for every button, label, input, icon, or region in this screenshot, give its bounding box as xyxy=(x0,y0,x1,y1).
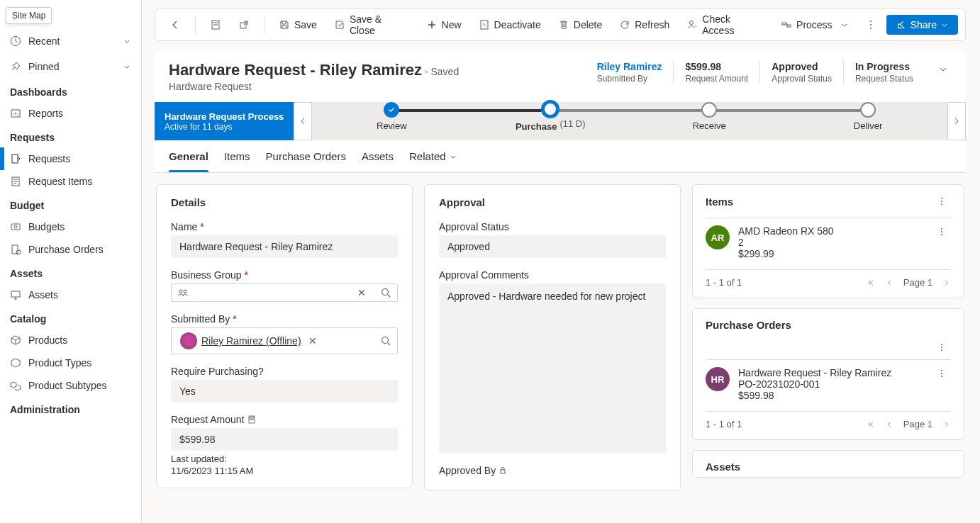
panel-title: Approval xyxy=(439,196,666,208)
more-button[interactable] xyxy=(932,195,951,208)
sidebar-item-assets[interactable]: Assets xyxy=(0,283,141,306)
pager-next-icon[interactable] xyxy=(942,279,951,287)
section-administration: Administration xyxy=(0,397,141,420)
submitted-by-value[interactable]: Riley Ramirez (Offline) xyxy=(201,335,301,347)
new-button[interactable]: New xyxy=(419,15,469,35)
svg-rect-6 xyxy=(12,245,18,254)
tab-items[interactable]: Items xyxy=(224,140,250,172)
clear-icon[interactable]: ✕ xyxy=(308,335,317,347)
pager-prev-icon[interactable] xyxy=(885,279,893,287)
sidebar-item-product-types[interactable]: Product Types xyxy=(0,352,141,374)
header-expand-button[interactable] xyxy=(935,61,952,78)
po-icon xyxy=(10,244,21,255)
approval-status-field[interactable]: Approved xyxy=(439,235,666,258)
name-field[interactable]: Hardware Request - Riley Ramirez xyxy=(171,235,398,258)
sidebar-item-budgets[interactable]: Budgets xyxy=(0,215,141,238)
cmd-label: Process xyxy=(796,19,833,30)
process-stages: Review Purchase(11 D) Receive Deliver xyxy=(312,102,947,140)
stage-receive[interactable]: Receive xyxy=(630,112,789,131)
tab-label: General xyxy=(169,150,208,162)
overflow-button[interactable] xyxy=(858,15,884,35)
sidebar-item-product-subtypes[interactable]: Product Subtypes xyxy=(0,374,141,397)
process-duration: Active for 11 days xyxy=(165,122,284,132)
approval-comments-field[interactable]: Approved - Hardware needed for new proje… xyxy=(439,283,666,454)
pager-prev-icon[interactable] xyxy=(885,420,893,429)
delete-button[interactable]: Delete xyxy=(551,15,609,35)
svg-point-15 xyxy=(870,21,872,22)
tab-general[interactable]: General xyxy=(169,140,208,172)
process-name: Hardware Request Process xyxy=(165,111,284,122)
refresh-button[interactable]: Refresh xyxy=(612,15,676,35)
avatar xyxy=(180,332,197,349)
pinned-label: Pinned xyxy=(28,61,60,72)
chevron-down-icon xyxy=(123,62,131,71)
save-close-button[interactable]: Save & Close xyxy=(327,9,416,40)
tab-purchase-orders[interactable]: Purchase Orders xyxy=(266,140,346,172)
process-next-button[interactable] xyxy=(947,102,966,140)
sidebar-item-products[interactable]: Products xyxy=(0,329,141,352)
pager-first-icon[interactable] xyxy=(867,279,875,287)
section-dashboards: Dashboards xyxy=(0,79,141,102)
clock-icon xyxy=(10,35,21,47)
tab-assets[interactable]: Assets xyxy=(362,140,394,172)
back-icon xyxy=(169,19,181,30)
business-group-label: Business Group xyxy=(171,269,242,281)
process-prev-button[interactable] xyxy=(294,102,312,140)
search-icon[interactable] xyxy=(380,335,391,347)
form-selector-button[interactable] xyxy=(203,15,228,35)
svg-point-25 xyxy=(251,420,252,420)
process-bar: Hardware Request Process Active for 11 d… xyxy=(155,102,966,140)
sidebar-item-request-items[interactable]: Request Items xyxy=(0,170,141,193)
more-button[interactable] xyxy=(932,341,951,354)
header-approval-label: Approval Status xyxy=(772,74,832,84)
list-item[interactable]: AR AMD Radeon RX 580 2 $299.99 xyxy=(706,218,951,264)
deactivate-button[interactable]: Deactivate xyxy=(472,15,548,35)
details-panel: Details Name * Hardware Request - Riley … xyxy=(156,184,413,488)
sidebar-item-reports[interactable]: Reports xyxy=(0,102,141,125)
tab-related[interactable]: Related xyxy=(409,140,457,172)
stage-purchase[interactable]: Purchase(11 D) xyxy=(471,111,630,132)
right-column: Items AR AMD Radeon RX 580 2 $299.99 1 -… xyxy=(692,184,964,478)
open-new-window-button[interactable] xyxy=(231,15,257,35)
check-access-button[interactable]: Check Access xyxy=(679,9,771,40)
pin-icon xyxy=(10,61,21,72)
item-more-button[interactable] xyxy=(932,367,951,380)
more-vertical-icon xyxy=(865,19,876,30)
require-purchasing-field[interactable]: Yes xyxy=(171,380,398,403)
header-approval-value: Approved xyxy=(772,61,832,72)
pager-page: Page 1 xyxy=(903,419,932,429)
submitted-by-lookup[interactable]: Riley Ramirez (Offline) ✕ xyxy=(171,327,398,354)
recent-label: Recent xyxy=(28,35,60,47)
pager-first-icon[interactable] xyxy=(867,420,875,429)
svg-rect-13 xyxy=(782,23,786,25)
name-label: Name xyxy=(171,221,197,232)
request-items-icon xyxy=(10,176,21,187)
back-button[interactable] xyxy=(162,15,188,35)
sidebar-pinned[interactable]: Pinned xyxy=(0,54,141,79)
stage-circle xyxy=(860,102,876,118)
item-more-button[interactable] xyxy=(932,225,951,238)
process-button[interactable]: Process xyxy=(774,15,855,35)
card-title: Purchase Orders xyxy=(706,319,791,331)
deactivate-icon xyxy=(479,19,490,30)
sidebar-recent[interactable]: Recent xyxy=(0,28,141,54)
header-submitted-by-value[interactable]: Riley Ramirez xyxy=(597,61,662,72)
pager-next-icon[interactable] xyxy=(942,420,951,429)
request-amount-field[interactable]: $599.98 xyxy=(171,428,398,451)
stage-deliver[interactable]: Deliver xyxy=(789,112,947,131)
cmd-label: New xyxy=(442,19,462,30)
save-button[interactable]: Save xyxy=(272,15,324,35)
svg-point-29 xyxy=(941,201,942,202)
cmd-label: Delete xyxy=(574,19,602,30)
business-group-lookup[interactable]: ✕ xyxy=(171,283,398,302)
share-button[interactable]: Share xyxy=(886,15,958,35)
search-icon[interactable] xyxy=(380,287,391,298)
clear-icon[interactable]: ✕ xyxy=(357,287,366,298)
list-item[interactable]: HR Hardware Request - Riley Ramirez PO-2… xyxy=(706,359,951,405)
cmd-label: Share xyxy=(911,19,937,30)
sidebar-item-purchase-orders[interactable]: Purchase Orders xyxy=(0,238,141,261)
stage-review[interactable]: Review xyxy=(312,112,471,131)
command-bar: Save Save & Close New Deactivate Delete … xyxy=(155,9,966,41)
sidebar-item-requests[interactable]: Requests xyxy=(0,147,141,170)
process-label[interactable]: Hardware Request Process Active for 11 d… xyxy=(155,102,294,140)
